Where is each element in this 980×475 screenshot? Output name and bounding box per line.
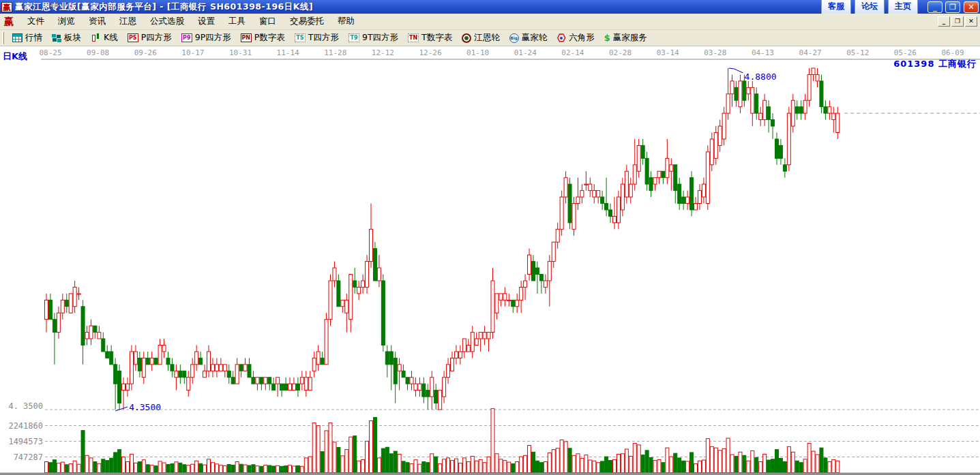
svg-text:02-14: 02-14: [561, 48, 584, 57]
toolbar-label: 9P四方形: [195, 32, 231, 44]
svg-text:03-14: 03-14: [657, 48, 679, 57]
box-letter-icon: PN: [241, 33, 252, 42]
toolbar-button-quotes[interactable]: 行情: [8, 31, 47, 45]
box-letter-icon: P9: [181, 33, 192, 42]
menubar-window-controls: _ ❐ ✕: [938, 16, 980, 27]
svg-text:05-12: 05-12: [846, 48, 869, 57]
toolbar-button-p-square[interactable]: PSP四方形: [123, 31, 177, 45]
svg-text:10-31: 10-31: [229, 48, 252, 57]
grid-icon: [12, 33, 23, 42]
titlebar-link-主页[interactable]: 主页: [888, 0, 918, 14]
candles: [45, 68, 840, 410]
svg-text:02-28: 02-28: [609, 48, 632, 57]
svg-text:01-24: 01-24: [514, 48, 537, 57]
titlebar-actions: 客服论坛主页 _ ❐ ✕: [821, 0, 979, 14]
kline-chart[interactable]: 08-2509-0809-2610-1710-3111-1411-2812-12…: [0, 46, 980, 475]
svg-text:04-27: 04-27: [799, 48, 822, 57]
restore-document-button[interactable]: ❐: [951, 16, 964, 27]
app-icon-menu: 赢: [4, 16, 14, 28]
toolbar-label: 六角形: [569, 32, 595, 44]
svg-text:06-09: 06-09: [941, 48, 964, 57]
menu-item-帮助[interactable]: 帮助: [331, 14, 361, 29]
menu-item-文件[interactable]: 文件: [20, 14, 51, 29]
titlebar-link-客服[interactable]: 客服: [821, 0, 851, 14]
toolbar-label: P数字表: [254, 32, 285, 44]
svg-text:01-10: 01-10: [466, 48, 489, 57]
menu-item-公式选股[interactable]: 公式选股: [143, 14, 191, 29]
toolbar-button-sectors[interactable]: 板块: [47, 31, 86, 45]
toolbar-label: T四方形: [308, 32, 339, 44]
svg-text:03-28: 03-28: [704, 48, 726, 57]
svg-text:11-28: 11-28: [324, 48, 346, 57]
svg-text:08-25: 08-25: [39, 48, 61, 57]
toolbar-button-gann-wheel[interactable]: 江恩轮: [457, 31, 505, 45]
toolbar-label: 板块: [64, 32, 81, 44]
toolbar: 行情板块K线PSP四方形P99P四方形PNP数字表TST四方形T99T四方形TN…: [0, 30, 980, 46]
toolbar-label: 江恩轮: [474, 32, 500, 44]
toolbar-label: 赢家服务: [613, 32, 647, 44]
blocks-icon: [52, 33, 61, 42]
window-title: 赢家江恩专业版[赢家内部服务平台] - [工商银行 SH601398-196日K…: [15, 1, 313, 13]
toolbar-button-hexagon[interactable]: 六角形: [552, 31, 599, 45]
menu-item-交易委托[interactable]: 交易委托: [283, 14, 331, 29]
dollar-icon: $: [604, 33, 610, 42]
svg-text:04-13: 04-13: [752, 48, 774, 57]
date-axis: 08-2509-0809-2610-1710-3111-1411-2812-12…: [39, 48, 980, 59]
volume-bars: [45, 409, 840, 473]
period-label: 日K线: [3, 50, 27, 63]
titlebar-links: 客服论坛主页: [821, 0, 918, 14]
svg-text:4.3500: 4.3500: [129, 402, 161, 412]
toolbar-button-p-table[interactable]: PNP数字表: [236, 31, 290, 45]
svg-text:11-14: 11-14: [277, 48, 299, 57]
menubar: 赢 文件浏览资讯江恩公式选股设置工具窗口交易委托帮助 _ ❐ ✕: [0, 14, 980, 30]
toolbar-button-kline[interactable]: K线: [86, 31, 123, 45]
toolbar-label: K线: [104, 32, 118, 44]
titlebar: 赢 赢家江恩专业版[赢家内部服务平台] - [工商银行 SH601398-196…: [0, 0, 980, 14]
symbol-label: 601398 工商银行: [893, 58, 977, 70]
minimize-button[interactable]: _: [927, 1, 942, 13]
svg-text:2241860: 2241860: [8, 421, 43, 431]
toolbar-button-t-table[interactable]: TNT数字表: [403, 31, 457, 45]
svg-text:1494573: 1494573: [8, 437, 43, 446]
hexagon-icon: [556, 33, 566, 43]
svg-text:10-17: 10-17: [181, 48, 204, 57]
toolbar-handle[interactable]: [2, 32, 4, 44]
menu-item-工具[interactable]: 工具: [222, 14, 252, 29]
menu-item-窗口[interactable]: 窗口: [252, 14, 283, 29]
toolbar-label: T数字表: [421, 32, 452, 44]
toolbar-button-t-square[interactable]: TST四方形: [290, 31, 344, 45]
toolbar-label: P四方形: [141, 32, 172, 44]
toolbar-button-winner-wheel[interactable]: Big赢家轮: [505, 31, 552, 45]
menu-item-资讯[interactable]: 资讯: [82, 14, 113, 29]
svg-text:12-12: 12-12: [372, 48, 394, 57]
toolbar-button-9t-square[interactable]: T99T四方形: [344, 31, 403, 45]
box-letter-icon: TS: [295, 33, 306, 42]
annotations: 4.88004.3500: [115, 68, 776, 412]
close-document-button[interactable]: ✕: [965, 16, 977, 27]
svg-text:09-08: 09-08: [87, 48, 109, 57]
svg-text:4. 3500: 4. 3500: [8, 401, 43, 411]
restore-button[interactable]: ❐: [945, 1, 960, 13]
big-wheel-icon: Big: [509, 33, 519, 43]
menu-item-江恩[interactable]: 江恩: [113, 14, 143, 29]
window-bottom-edge: [0, 473, 980, 475]
box-letter-icon: TN: [408, 33, 419, 42]
svg-text:05-26: 05-26: [894, 48, 917, 57]
menu-item-浏览[interactable]: 浏览: [51, 14, 82, 29]
minimize-document-button[interactable]: _: [938, 16, 950, 27]
svg-text:09-26: 09-26: [134, 48, 157, 57]
toolbar-button-winner-service[interactable]: $赢家服务: [599, 31, 652, 45]
kline-icon: [91, 33, 101, 43]
menu-items: 文件浏览资讯江恩公式选股设置工具窗口交易委托帮助: [20, 14, 361, 29]
toolbar-items: 行情板块K线PSP四方形P99P四方形PNP数字表TST四方形T99T四方形TN…: [8, 31, 652, 45]
close-button[interactable]: ✕: [964, 1, 979, 13]
app-icon: 赢: [1, 2, 12, 12]
menu-item-设置[interactable]: 设置: [191, 14, 222, 29]
toolbar-button-9p-square[interactable]: P99P四方形: [177, 31, 236, 45]
titlebar-link-论坛[interactable]: 论坛: [855, 0, 885, 14]
wheel-icon: [462, 33, 471, 43]
svg-text:12-26: 12-26: [419, 48, 441, 57]
box-letter-icon: T9: [348, 33, 359, 42]
svg-text:4.8800: 4.8800: [745, 72, 777, 82]
chart-area: 日K线 601398 工商银行 08-2509-0809-2610-1710-3…: [0, 46, 980, 475]
